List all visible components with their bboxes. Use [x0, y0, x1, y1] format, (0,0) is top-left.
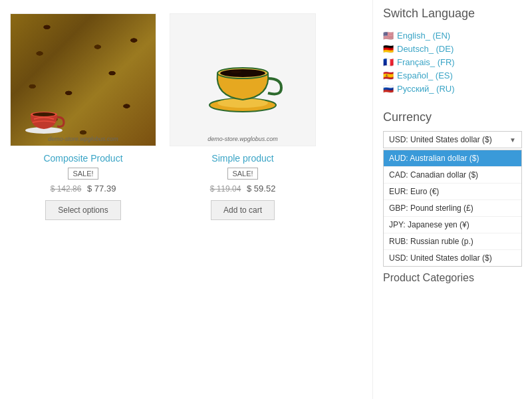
language-fr[interactable]: 🇫🇷 Français_ (FR) — [383, 57, 522, 67]
select-options-button[interactable]: Select options — [45, 200, 120, 220]
red-cup-image — [21, 96, 67, 136]
switch-language-title: Switch Language — [383, 7, 522, 21]
price-area-1: $ 142.86 $ 77.39 — [51, 184, 116, 194]
currency-dropdown-menu: AUD: Australian dollar ($) CAD: Canadian… — [383, 150, 522, 267]
watermark-2: demo-store.wpglobus.com — [207, 136, 278, 142]
currency-dropdown-trigger[interactable]: USD: United States dollar ($) ▼ — [383, 131, 522, 148]
chevron-down-icon: ▼ — [509, 136, 516, 144]
watermark-1: demo-store.wpglobus.com — [48, 136, 118, 142]
language-es[interactable]: 🇪🇸 Español_ (ES) — [383, 70, 522, 80]
currency-option-jpy[interactable]: JPY: Japanese yen (¥) — [384, 217, 521, 233]
price-old-1: $ 142.86 — [51, 184, 82, 194]
price-old-2: $ 119.04 — [210, 184, 241, 194]
product-card-2: demo-store.wpglobus.com Simple product S… — [170, 13, 316, 220]
cup-bg — [170, 14, 315, 146]
coffee-cup-image — [196, 33, 289, 126]
svg-point-2 — [33, 112, 55, 116]
language-en[interactable]: 🇺🇸 English_ (EN) — [383, 31, 522, 41]
flag-de: 🇩🇪 — [383, 44, 394, 54]
currency-option-rub[interactable]: RUB: Russian ruble (р.) — [384, 233, 521, 250]
currency-option-eur[interactable]: EUR: Euro (€) — [384, 184, 521, 200]
language-label-es: Español_ (ES) — [397, 70, 453, 80]
currency-title: Currency — [383, 110, 522, 124]
coffee-beans-bg — [11, 14, 156, 146]
flag-en: 🇺🇸 — [383, 31, 394, 41]
price-new-1: $ 77.39 — [87, 184, 116, 194]
price-new-2: $ 59.52 — [247, 184, 275, 194]
product-title-2[interactable]: Simple product — [211, 153, 273, 164]
currency-option-usd[interactable]: USD: United States dollar ($) — [384, 250, 521, 266]
add-to-cart-button[interactable]: Add to cart — [211, 200, 275, 220]
language-de[interactable]: 🇩🇪 Deutsch_ (DE) — [383, 44, 522, 54]
language-label-de: Deutsch_ (DE) — [397, 44, 454, 54]
product-image-2: demo-store.wpglobus.com — [170, 13, 316, 146]
main-content: demo-store.wpglobus.com Composite Produc… — [0, 0, 372, 399]
products-grid: demo-store.wpglobus.com Composite Produc… — [10, 13, 362, 220]
currency-option-aud[interactable]: AUD: Australian dollar ($) — [384, 150, 521, 167]
language-label-en: English_ (EN) — [397, 31, 450, 41]
flag-ru: 🇷🇺 — [383, 84, 394, 94]
sale-badge-2: SALE! — [227, 168, 257, 180]
language-label-fr: Français_ (FR) — [397, 57, 455, 67]
product-categories-title: Product Categories — [383, 272, 522, 284]
product-card-1: demo-store.wpglobus.com Composite Produc… — [10, 13, 156, 220]
product-image-1: demo-store.wpglobus.com — [10, 13, 156, 146]
currency-option-gbp[interactable]: GBP: Pound sterling (£) — [384, 200, 521, 217]
flag-fr: 🇫🇷 — [383, 57, 394, 67]
language-ru[interactable]: 🇷🇺 Русский_ (RU) — [383, 84, 522, 94]
language-list: 🇺🇸 English_ (EN) 🇩🇪 Deutsch_ (DE) 🇫🇷 Fra… — [383, 31, 522, 94]
sidebar: Switch Language 🇺🇸 English_ (EN) 🇩🇪 Deut… — [372, 0, 532, 399]
sale-badge-1: SALE! — [68, 168, 98, 180]
language-label-ru: Русский_ (RU) — [397, 84, 455, 94]
product-title-1[interactable]: Composite Product — [43, 153, 122, 164]
currency-option-cad[interactable]: CAD: Canadian dollar ($) — [384, 167, 521, 184]
svg-point-6 — [220, 69, 265, 77]
flag-es: 🇪🇸 — [383, 70, 394, 80]
svg-point-7 — [231, 70, 241, 73]
price-area-2: $ 119.04 $ 59.52 — [210, 184, 276, 194]
currency-selected-label: USD: United States dollar ($) — [389, 135, 492, 144]
